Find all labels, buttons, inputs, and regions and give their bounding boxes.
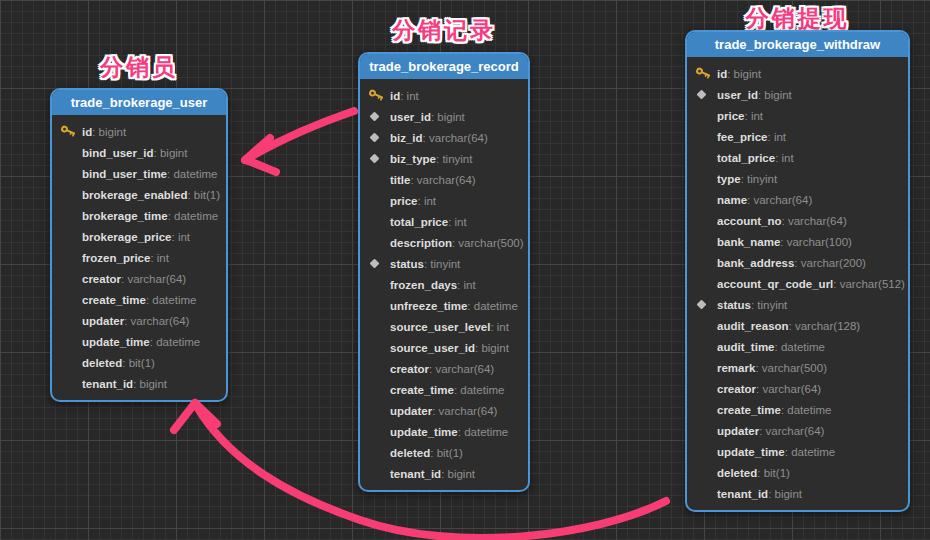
field-name: bank_name	[717, 236, 780, 248]
table-label-record[interactable]: 分销记录	[358, 15, 530, 46]
field-name: updater	[390, 405, 432, 417]
table-card-record[interactable]: trade_brokerage_record id: intuser_id: b…	[358, 52, 530, 492]
field-row-unfreeze_time[interactable]: unfreeze_time: datetime	[360, 295, 528, 316]
field-type: : varchar(64)	[429, 363, 494, 375]
field-name: update_time	[717, 446, 785, 458]
field-row-source_user_id[interactable]: source_user_id: bigint	[360, 337, 528, 358]
field-type: : int	[400, 90, 419, 102]
field-row-fee_price[interactable]: fee_price: int	[687, 126, 908, 147]
field-name: deleted	[717, 467, 757, 479]
field-row-bind_user_id[interactable]: bind_user_id: bigint	[52, 142, 226, 163]
field-row-brokerage_enabled[interactable]: brokerage_enabled: bit(1)	[52, 184, 226, 205]
field-row-frozen_price[interactable]: frozen_price: int	[52, 247, 226, 268]
field-row-create_time[interactable]: create_time: datetime	[52, 289, 226, 310]
field-row-bind_user_time[interactable]: bind_user_time: datetime	[52, 163, 226, 184]
primary-key-icon	[60, 124, 82, 139]
field-name: remark	[717, 362, 755, 374]
field-row-update_time[interactable]: update_time: datetime	[52, 331, 226, 352]
field-row-account_no[interactable]: account_no: varchar(64)	[687, 210, 908, 231]
field-name: price	[717, 110, 745, 122]
table-header-user[interactable]: trade_brokerage_user	[52, 90, 226, 115]
field-type: : tinyint	[751, 299, 787, 311]
table-label-user[interactable]: 分销员	[50, 52, 228, 83]
field-type: : datetime	[454, 384, 505, 396]
field-row-creator[interactable]: creator: varchar(64)	[52, 268, 226, 289]
field-type: : bigint	[768, 488, 802, 500]
field-row-updater[interactable]: updater: varchar(64)	[687, 420, 908, 441]
field-name: unfreeze_time	[390, 300, 467, 312]
field-row-biz_id[interactable]: biz_id: varchar(64)	[360, 127, 528, 148]
field-row-account_qr_code_url[interactable]: account_qr_code_url: varchar(512)	[687, 273, 908, 294]
field-type: : bigint	[441, 468, 475, 480]
table-header-record[interactable]: trade_brokerage_record	[360, 54, 528, 79]
field-name: price	[390, 195, 418, 207]
field-type: : bigint	[475, 342, 509, 354]
field-type: : varchar(64)	[432, 405, 497, 417]
field-row-updater[interactable]: updater: varchar(64)	[52, 310, 226, 331]
table-card-user[interactable]: trade_brokerage_user id: bigintbind_user…	[50, 88, 228, 402]
arrow-record-to-user-icon[interactable]	[245, 111, 354, 172]
field-row-create_time[interactable]: create_time: datetime	[687, 399, 908, 420]
field-name: audit_time	[717, 341, 775, 353]
field-row-price[interactable]: price: int	[687, 105, 908, 126]
field-type: : int	[172, 231, 191, 243]
field-name: total_price	[717, 152, 775, 164]
field-row-create_time[interactable]: create_time: datetime	[360, 379, 528, 400]
field-row-deleted[interactable]: deleted: bit(1)	[687, 462, 908, 483]
field-name: bind_user_time	[82, 168, 167, 180]
field-name: status	[717, 299, 751, 311]
field-row-bank_name[interactable]: bank_name: varchar(100)	[687, 231, 908, 252]
field-row-name[interactable]: name: varchar(64)	[687, 189, 908, 210]
field-row-update_time[interactable]: update_time: datetime	[360, 421, 528, 442]
field-row-brokerage_price[interactable]: brokerage_price: int	[52, 226, 226, 247]
field-row-price[interactable]: price: int	[360, 190, 528, 211]
diagram-canvas: 分销员 分销记录 分销提现 trade_brokerage_user id: b…	[0, 0, 930, 540]
field-type: : varchar(500)	[452, 237, 524, 249]
field-type: : bigint	[727, 68, 761, 80]
field-name: description	[390, 237, 452, 249]
field-row-tenant_id[interactable]: tenant_id: bigint	[360, 463, 528, 484]
field-row-brokerage_time[interactable]: brokerage_time: datetime	[52, 205, 226, 226]
field-name: tenant_id	[390, 468, 441, 480]
field-row-deleted[interactable]: deleted: bit(1)	[52, 352, 226, 373]
field-row-type[interactable]: type: tinyint	[687, 168, 908, 189]
table-header-withdraw[interactable]: trade_brokerage_withdraw	[687, 32, 908, 57]
field-row-updater[interactable]: updater: varchar(64)	[360, 400, 528, 421]
field-row-total_price[interactable]: total_price: int	[687, 147, 908, 168]
field-row-bank_address[interactable]: bank_address: varchar(200)	[687, 252, 908, 273]
field-row-deleted[interactable]: deleted: bit(1)	[360, 442, 528, 463]
field-row-description[interactable]: description: varchar(500)	[360, 232, 528, 253]
fk-diamond-icon	[695, 91, 717, 98]
field-row-status[interactable]: status: tinyint	[360, 253, 528, 274]
field-row-remark[interactable]: remark: varchar(500)	[687, 357, 908, 378]
field-row-tenant_id[interactable]: tenant_id: bigint	[687, 483, 908, 504]
fk-diamond-icon	[368, 134, 390, 141]
field-name: account_qr_code_url	[717, 278, 833, 290]
field-type: : datetime	[167, 168, 218, 180]
field-type: : bit(1)	[122, 357, 155, 369]
field-row-creator[interactable]: creator: varchar(64)	[687, 378, 908, 399]
field-row-frozen_days[interactable]: frozen_days: int	[360, 274, 528, 295]
field-row-id[interactable]: id: int	[360, 85, 528, 106]
field-row-status[interactable]: status: tinyint	[687, 294, 908, 315]
field-type: : datetime	[458, 426, 509, 438]
field-row-user_id[interactable]: user_id: bigint	[360, 106, 528, 127]
field-row-audit_time[interactable]: audit_time: datetime	[687, 336, 908, 357]
table-card-withdraw[interactable]: trade_brokerage_withdraw id: bigintuser_…	[685, 30, 910, 512]
field-name: user_id	[717, 89, 758, 101]
field-type: : varchar(64)	[410, 174, 475, 186]
field-type: : int	[457, 279, 476, 291]
field-row-id[interactable]: id: bigint	[52, 121, 226, 142]
field-row-title[interactable]: title: varchar(64)	[360, 169, 528, 190]
field-row-audit_reason[interactable]: audit_reason: varchar(128)	[687, 315, 908, 336]
field-row-total_price[interactable]: total_price: int	[360, 211, 528, 232]
field-row-id[interactable]: id: bigint	[687, 63, 908, 84]
field-type: : varchar(64)	[756, 383, 821, 395]
field-row-source_user_level[interactable]: source_user_level: int	[360, 316, 528, 337]
field-name: tenant_id	[717, 488, 768, 500]
field-row-tenant_id[interactable]: tenant_id: bigint	[52, 373, 226, 394]
field-row-user_id[interactable]: user_id: bigint	[687, 84, 908, 105]
field-row-creator[interactable]: creator: varchar(64)	[360, 358, 528, 379]
field-row-biz_type[interactable]: biz_type: tinyint	[360, 148, 528, 169]
field-row-update_time[interactable]: update_time: datetime	[687, 441, 908, 462]
